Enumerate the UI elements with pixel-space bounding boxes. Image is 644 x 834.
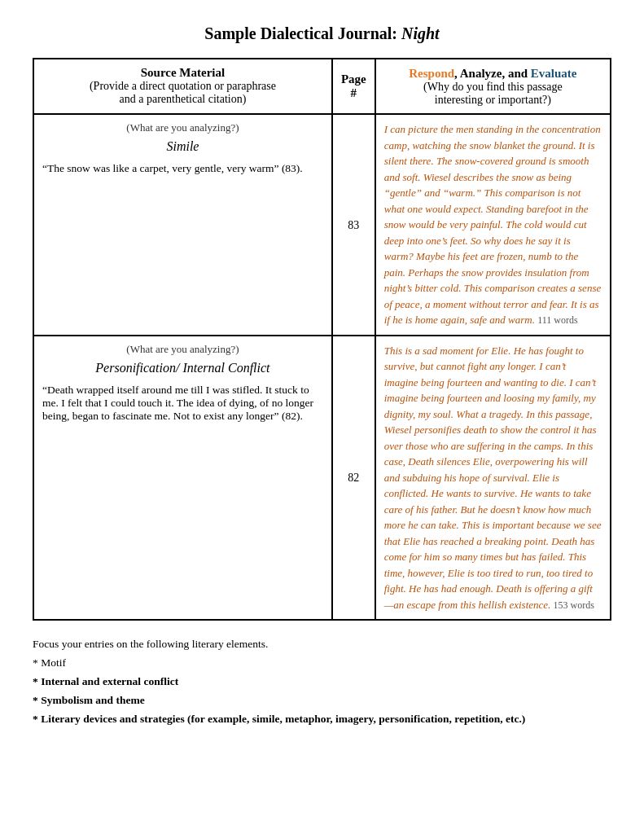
source-cell-2: (What are you analyzing?) Personificatio… — [33, 336, 332, 621]
table-row: (What are you analyzing?) Personificatio… — [33, 336, 611, 621]
respond-cell-2: This is a sad moment for Elie. He has fo… — [375, 336, 611, 621]
footer-item-0: * Motif — [33, 654, 611, 673]
word-count-2: 153 words — [554, 599, 594, 611]
word-count-1: 111 words — [537, 314, 577, 326]
page-hash: # — [341, 86, 366, 100]
footer-item-3: * Literary devices and strategies (for e… — [33, 710, 611, 729]
device-title-1: Simile — [42, 139, 323, 154]
source-sub1: (Provide a direct quotation or paraphras… — [42, 80, 323, 93]
footer-intro: Focus your entries on the following lite… — [33, 635, 611, 654]
footer: Focus your entries on the following lite… — [33, 635, 611, 729]
respond-sub2: interesting or important?) — [384, 94, 602, 107]
header-respond-cell: Respond, Analyze, and Evaluate (Why do y… — [375, 59, 611, 114]
respond-cell-1: I can picture the men standing in the co… — [375, 114, 611, 336]
source-sub2: and a parenthetical citation) — [42, 93, 323, 106]
table-row: (What are you analyzing?) Simile “The sn… — [33, 114, 611, 336]
page-cell-1: 83 — [332, 114, 375, 336]
response-text-2: This is a sad moment for Elie. He has fo… — [384, 343, 602, 613]
respond-header: Respond, Analyze, and Evaluate — [384, 66, 602, 81]
respond-sub1: (Why do you find this passage — [384, 81, 602, 94]
footer-item-1: * Internal and external conflict — [33, 673, 611, 691]
respond-label1: Respond — [409, 67, 454, 80]
header-source-cell: Source Material (Provide a direct quotat… — [33, 59, 332, 114]
analyzing-label-2: (What are you analyzing?) — [42, 343, 323, 356]
page-label: Page — [341, 72, 366, 86]
page-num-2: 82 — [348, 472, 359, 484]
quote-text-1: “The snow was like a carpet, very gentle… — [42, 162, 323, 175]
quote-text-2: “Death wrapped itself around me till I w… — [42, 384, 323, 423]
respond-label3: Evaluate — [531, 67, 577, 80]
respond-label2: , Analyze, and — [454, 67, 531, 80]
footer-item-2: * Symbolism and theme — [33, 691, 611, 710]
page-num-1: 83 — [348, 219, 359, 231]
header-page-cell: Page # — [332, 59, 375, 114]
page-cell-2: 82 — [332, 336, 375, 621]
device-title-2: Personification/ Internal Conflict — [42, 361, 323, 375]
response-text-1: I can picture the men standing in the co… — [384, 121, 602, 328]
source-label: Source Material — [42, 66, 323, 80]
analyzing-label-1: (What are you analyzing?) — [42, 121, 323, 134]
page-title: Sample Dialectical Journal: Night — [33, 24, 611, 43]
journal-table: Source Material (Provide a direct quotat… — [33, 58, 611, 621]
source-cell-1: (What are you analyzing?) Simile “The sn… — [33, 114, 332, 336]
